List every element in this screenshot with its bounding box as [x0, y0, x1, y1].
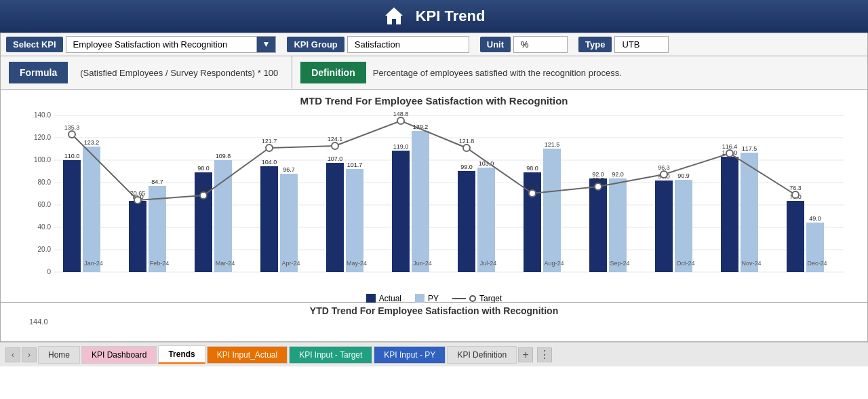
tab-kpi-definition[interactable]: KPI Definition: [447, 346, 517, 364]
bar-actual-oct: [655, 180, 673, 272]
definition-cell: Definition Percentage of employees satis…: [292, 56, 867, 89]
bar-actual-sep: [589, 178, 607, 272]
svg-text:109.8: 109.8: [216, 153, 231, 159]
svg-text:0: 0: [47, 268, 51, 276]
svg-text:92.0: 92.0: [612, 171, 624, 178]
bar-py-may: [346, 169, 363, 272]
mtd-chart-title: MTD Trend For Employee Satisfaction with…: [9, 95, 859, 107]
svg-text:77.4: 77.4: [526, 183, 538, 190]
svg-text:Dec-24: Dec-24: [807, 260, 827, 267]
kpi-dropdown-arrow[interactable]: ▼: [256, 37, 276, 52]
target-dot-apr: [266, 145, 273, 151]
page-header: KPI Trend: [0, 0, 868, 33]
svg-text:49.0: 49.0: [809, 215, 821, 222]
svg-text:Aug-24: Aug-24: [544, 260, 564, 267]
legend-target-line: [452, 298, 466, 299]
svg-text:120.0: 120.0: [34, 134, 51, 141]
bar-py-oct: [675, 180, 692, 272]
legend-py-box: [415, 294, 425, 303]
svg-text:70.65: 70.65: [130, 190, 146, 197]
svg-text:96.3: 96.3: [658, 164, 670, 171]
svg-text:119.0: 119.0: [393, 143, 409, 150]
formula-definition-row: Formula (Satisfied Employees / Survey Re…: [0, 56, 868, 89]
svg-text:98.0: 98.0: [526, 165, 538, 172]
svg-text:116.4: 116.4: [722, 143, 738, 150]
tab-options-button[interactable]: ⋮: [537, 347, 552, 362]
svg-text:Oct-24: Oct-24: [676, 260, 694, 267]
svg-text:98.0: 98.0: [197, 165, 210, 172]
svg-text:75.5: 75.5: [197, 185, 210, 192]
tab-kpi-input-target[interactable]: KPI Input - Target: [289, 346, 372, 364]
bar-py-jul: [477, 168, 495, 272]
target-dot-nov: [726, 150, 733, 157]
tab-prev-button[interactable]: ‹: [5, 347, 20, 362]
kpi-group-label: KPI Group: [287, 37, 344, 52]
svg-text:Jan-24: Jan-24: [84, 260, 103, 267]
legend-target-label: Target: [479, 294, 502, 303]
bar-actual-nov: [721, 157, 738, 272]
tab-trends[interactable]: Trends: [158, 345, 205, 364]
select-kpi-label: Select KPI: [6, 37, 63, 52]
legend-py-label: PY: [428, 294, 439, 303]
svg-text:76.3: 76.3: [789, 185, 802, 191]
target-dot-dec: [792, 191, 799, 198]
svg-text:117.5: 117.5: [742, 145, 757, 152]
svg-text:101.7: 101.7: [347, 162, 363, 168]
definition-label: Definition: [300, 62, 366, 83]
tab-home[interactable]: Home: [38, 346, 80, 364]
formula-label: Formula: [9, 62, 68, 83]
target-dot-aug: [529, 190, 536, 197]
svg-text:40.0: 40.0: [38, 223, 52, 231]
svg-text:110.0: 110.0: [64, 153, 80, 159]
legend-target-circle: [469, 295, 476, 302]
svg-text:104.0: 104.0: [262, 159, 277, 166]
kpi-select-text[interactable]: Employee Satisfaction with Recognition: [66, 37, 256, 52]
page-title: KPI Trend: [416, 7, 486, 25]
mtd-chart-area: MTD Trend For Employee Satisfaction with…: [0, 89, 868, 303]
target-dot-jan: [68, 131, 75, 138]
type-value: UTB: [614, 36, 669, 53]
mtd-chart-svg: 0 20.0 40.0 60.0 80.0 100.0 120.0 140.0 …: [9, 109, 859, 282]
bar-py-jun: [412, 131, 429, 272]
formula-text: (Satisfied Employees / Survey Respondent…: [75, 68, 283, 78]
tab-add-button[interactable]: +: [518, 347, 533, 362]
bar-py-sep: [609, 178, 627, 272]
kpi-select-wrap[interactable]: Employee Satisfaction with Recognition ▼: [66, 36, 277, 53]
svg-text:100.0: 100.0: [34, 156, 51, 164]
svg-text:20.0: 20.0: [38, 246, 52, 253]
target-dot-jul: [463, 145, 470, 151]
svg-text:Jun-24: Jun-24: [413, 260, 432, 267]
svg-text:90.9: 90.9: [677, 172, 690, 179]
legend-actual-label: Actual: [379, 294, 401, 303]
target-dot-mar: [200, 192, 207, 199]
bottom-tab-bar: ‹ › Home KPI Dashboard Trends KPI Input_…: [0, 342, 868, 366]
bar-py-nov: [741, 153, 758, 272]
definition-text: Percentage of employees satisfied with t…: [373, 68, 622, 78]
svg-text:124.1: 124.1: [328, 136, 343, 142]
bar-actual-jun: [392, 151, 410, 272]
svg-text:121.8: 121.8: [459, 138, 475, 145]
svg-text:Jul-24: Jul-24: [480, 260, 497, 267]
svg-text:60.0: 60.0: [38, 201, 52, 208]
home-icon[interactable]: [383, 5, 405, 27]
legend-target: Target: [452, 294, 502, 303]
svg-text:84.7: 84.7: [151, 178, 163, 185]
tab-kpi-input-actual[interactable]: KPI Input_Actual: [207, 346, 288, 364]
svg-text:80.0: 80.0: [38, 178, 52, 186]
ytd-chart-title: YTD Trend For Employee Satisfaction with…: [9, 305, 859, 316]
svg-text:135.3: 135.3: [64, 124, 80, 131]
unit-label: Unit: [480, 37, 511, 52]
bar-actual-dec: [787, 201, 804, 272]
legend-actual: Actual: [366, 294, 401, 303]
tab-kpi-dashboard[interactable]: KPI Dashboard: [81, 346, 157, 364]
bar-actual-jul: [458, 171, 475, 272]
bar-py-jan: [83, 147, 100, 272]
ytd-chart-area: YTD Trend For Employee Satisfaction with…: [0, 303, 868, 342]
svg-text:99.0: 99.0: [460, 164, 473, 170]
tab-next-button[interactable]: ›: [22, 347, 37, 362]
tab-kpi-input-py[interactable]: KPI Input - PY: [374, 346, 446, 364]
svg-text:Feb-24: Feb-24: [150, 260, 170, 267]
svg-text:May-24: May-24: [347, 260, 367, 267]
mtd-chart-svg-wrap: 0 20.0 40.0 60.0 80.0 100.0 120.0 140.0 …: [9, 109, 859, 292]
legend-py: PY: [415, 294, 439, 303]
